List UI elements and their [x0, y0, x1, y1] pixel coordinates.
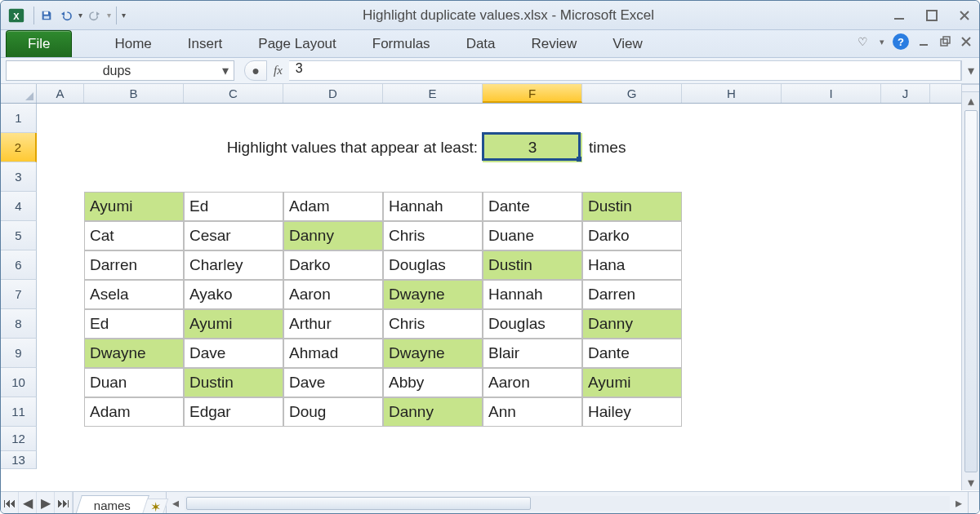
maximize-button[interactable]: [924, 9, 940, 22]
cell-E4[interactable]: Hannah: [383, 192, 483, 221]
cell-G12[interactable]: [582, 427, 682, 451]
cell-A11[interactable]: [37, 397, 84, 427]
scroll-right-button[interactable]: ▸: [950, 492, 968, 515]
scroll-left-button[interactable]: ◂: [167, 492, 185, 515]
horizontal-scroll-thumb[interactable]: [186, 497, 531, 510]
cell-E7[interactable]: Dwayne: [383, 280, 483, 309]
cell-H2[interactable]: [682, 133, 782, 162]
cell-J12[interactable]: [881, 427, 930, 451]
cell-E5[interactable]: Chris: [383, 221, 483, 250]
cell-D12[interactable]: [283, 427, 383, 451]
column-header-D[interactable]: D: [283, 84, 383, 103]
cell-I6[interactable]: [782, 250, 881, 280]
cell-C7[interactable]: Ayako: [184, 280, 283, 309]
tab-insert[interactable]: Insert: [170, 31, 241, 57]
cell-E1[interactable]: [383, 104, 483, 133]
cell-E13[interactable]: [383, 451, 483, 469]
cell-F12[interactable]: [483, 427, 582, 451]
cell-F5[interactable]: Duane: [483, 221, 582, 250]
cell-H6[interactable]: [682, 250, 782, 280]
scroll-up-button[interactable]: ▴: [962, 92, 979, 109]
cell-J11[interactable]: [881, 397, 930, 427]
cell-I3[interactable]: [782, 162, 881, 192]
cell-F3[interactable]: [483, 162, 582, 192]
cell-I1[interactable]: [782, 104, 881, 133]
cell-G6[interactable]: Hana: [582, 250, 682, 280]
cell-A12[interactable]: [37, 427, 84, 451]
cell-B13[interactable]: [84, 451, 184, 469]
cell-J9[interactable]: [881, 339, 930, 368]
cell-J8[interactable]: [881, 309, 930, 339]
close-workbook-button[interactable]: [960, 35, 973, 48]
restore-window-button[interactable]: [938, 35, 951, 48]
cell-D8[interactable]: Arthur: [283, 309, 383, 339]
row-header-11[interactable]: 11: [1, 397, 37, 427]
scroll-down-button[interactable]: ▾: [962, 474, 979, 490]
row-header-9[interactable]: 9: [1, 339, 37, 368]
last-sheet-button[interactable]: ⏭: [55, 492, 73, 515]
cell-G10[interactable]: Ayumi: [582, 368, 682, 397]
minimize-button[interactable]: [891, 9, 907, 22]
row-header-5[interactable]: 5: [1, 221, 37, 250]
cell-G7[interactable]: Darren: [582, 280, 682, 309]
cell-J6[interactable]: [881, 250, 930, 280]
cell-J2[interactable]: [881, 133, 930, 162]
horizontal-split-handle[interactable]: [968, 492, 979, 515]
row-header-4[interactable]: 4: [1, 192, 37, 221]
cell-E8[interactable]: Chris: [383, 309, 483, 339]
cell-A7[interactable]: [37, 280, 84, 309]
new-sheet-button[interactable]: ✶: [142, 498, 168, 514]
cell-G4[interactable]: Dustin: [582, 192, 682, 221]
cell-area[interactable]: 3timesAyumiEdAdamHannahDanteDustinCatCes…: [37, 104, 961, 469]
row-header-6[interactable]: 6: [1, 250, 37, 280]
cell-C10[interactable]: Dustin: [184, 368, 283, 397]
cell-B12[interactable]: [84, 427, 184, 451]
insert-function-button[interactable]: ●: [244, 60, 267, 81]
sheet-tab-names[interactable]: names: [75, 495, 149, 514]
tab-view[interactable]: View: [595, 31, 661, 57]
cell-F10[interactable]: Aaron: [483, 368, 582, 397]
row-header-10[interactable]: 10: [1, 368, 37, 397]
cell-C3[interactable]: [184, 162, 283, 192]
cell-A6[interactable]: [37, 250, 84, 280]
row-header-2[interactable]: 2: [1, 133, 37, 162]
cell-A2[interactable]: [37, 133, 84, 162]
cell-D11[interactable]: Doug: [283, 397, 383, 427]
cell-B10[interactable]: Duan: [84, 368, 184, 397]
minimize-ribbon-button[interactable]: [917, 35, 930, 48]
name-box[interactable]: dups ▾: [6, 60, 234, 81]
cell-H12[interactable]: [682, 427, 782, 451]
horizontal-scrollbar[interactable]: ◂ ▸: [166, 492, 979, 514]
cell-F1[interactable]: [483, 104, 582, 133]
cell-A4[interactable]: [37, 192, 84, 221]
cell-G13[interactable]: [582, 451, 682, 469]
cell-D4[interactable]: Adam: [283, 192, 383, 221]
cell-H10[interactable]: [682, 368, 782, 397]
cell-C11[interactable]: Edgar: [184, 397, 283, 427]
cell-I13[interactable]: [782, 451, 881, 469]
cell-D6[interactable]: Darko: [283, 250, 383, 280]
cell-D10[interactable]: Dave: [283, 368, 383, 397]
cell-D9[interactable]: Ahmad: [283, 339, 383, 368]
cell-A10[interactable]: [37, 368, 84, 397]
column-header-G[interactable]: G: [582, 84, 682, 103]
file-tab[interactable]: File: [6, 30, 72, 57]
tab-data[interactable]: Data: [448, 31, 514, 57]
cell-C4[interactable]: Ed: [184, 192, 283, 221]
cell-C13[interactable]: [184, 451, 283, 469]
formula-input[interactable]: 3: [289, 60, 961, 81]
name-box-dropdown-icon[interactable]: ▾: [222, 63, 229, 78]
column-header-I[interactable]: I: [782, 84, 881, 103]
cell-E10[interactable]: Abby: [383, 368, 483, 397]
cell-G1[interactable]: [582, 104, 682, 133]
cell-I7[interactable]: [782, 280, 881, 309]
cell-I12[interactable]: [782, 427, 881, 451]
column-header-F[interactable]: F: [483, 84, 582, 103]
vertical-scrollbar[interactable]: ▴ ▾: [961, 84, 979, 490]
cell-J3[interactable]: [881, 162, 930, 192]
cell-I10[interactable]: [782, 368, 881, 397]
undo-button[interactable]: [59, 8, 74, 23]
cell-H4[interactable]: [682, 192, 782, 221]
column-header-B[interactable]: B: [84, 84, 184, 103]
cell-G8[interactable]: Danny: [582, 309, 682, 339]
